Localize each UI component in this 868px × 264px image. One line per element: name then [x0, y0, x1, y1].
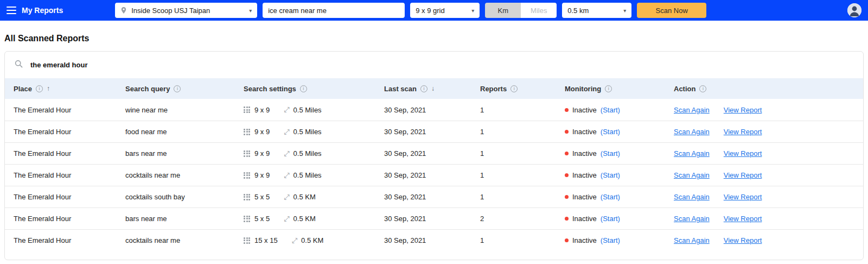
view-report-link[interactable]: View Report: [724, 171, 762, 179]
cell-search-settings: 9 x 9 ⤢ 0.5 Miles: [244, 128, 384, 136]
cell-search-settings: 9 x 9 ⤢ 0.5 Miles: [244, 171, 384, 180]
user-avatar[interactable]: [847, 3, 861, 17]
cell-reports: 1: [480, 149, 565, 158]
location-value: Inside Scoop USJ Taipan: [131, 7, 245, 15]
cell-action: Scan Again View Report: [674, 171, 863, 179]
start-monitoring-link[interactable]: (Start): [601, 236, 620, 244]
scan-again-link[interactable]: Scan Again: [674, 236, 710, 244]
chevron-down-icon: ▾: [249, 8, 252, 14]
info-icon[interactable]: [300, 85, 307, 92]
monitoring-status: Inactive: [572, 106, 597, 114]
status-dot-icon: [565, 173, 569, 177]
cell-search-query: cocktails south bay: [125, 193, 244, 201]
grid-size-value: 15 x 15: [254, 236, 278, 244]
grid-size-value: 9 x 9: [254, 149, 270, 158]
col-last-scan: Last scan ↓: [384, 85, 480, 93]
info-icon[interactable]: [605, 85, 612, 92]
unit-km-button[interactable]: Km: [485, 3, 521, 18]
search-query-input[interactable]: [263, 3, 405, 18]
info-icon[interactable]: [699, 85, 706, 92]
cell-last-scan: 30 Sep, 2021: [384, 171, 480, 179]
grid-size-value: 9 x 9: [254, 106, 270, 114]
scan-again-link[interactable]: Scan Again: [674, 149, 710, 158]
cell-search-settings: 5 x 5 ⤢ 0.5 KM: [244, 215, 384, 223]
scan-again-link[interactable]: Scan Again: [674, 193, 710, 201]
grid-icon: [244, 194, 250, 200]
view-report-link[interactable]: View Report: [724, 128, 762, 136]
diagonal-arrows-icon: ⤢: [284, 171, 289, 180]
cell-last-scan: 30 Sep, 2021: [384, 149, 480, 158]
sort-asc-icon[interactable]: ↑: [47, 85, 50, 92]
start-monitoring-link[interactable]: (Start): [601, 215, 620, 223]
scan-now-button[interactable]: Scan Now: [637, 3, 706, 18]
location-select[interactable]: Inside Scoop USJ Taipan ▾: [115, 3, 257, 18]
sort-desc-icon[interactable]: ↓: [431, 85, 435, 92]
grid-size-select[interactable]: 9 x 9 grid ▾: [410, 3, 480, 18]
table-row: The Emerald Hour food near me 9 x 9 ⤢ 0.…: [5, 121, 863, 142]
scan-again-link[interactable]: Scan Again: [674, 106, 710, 114]
cell-place: The Emerald Hour: [14, 236, 125, 244]
table-row: The Emerald Hour cocktails south bay 5 x…: [5, 186, 863, 208]
radius-value: 0.5 Miles: [293, 149, 322, 158]
cell-reports: 1: [480, 128, 565, 136]
cell-search-settings: 9 x 9 ⤢ 0.5 Miles: [244, 105, 384, 114]
table-row: The Emerald Hour cocktails near me 9 x 9…: [5, 164, 863, 186]
unit-miles-button[interactable]: Miles: [521, 3, 557, 18]
radius-value: 0.5 km: [567, 7, 589, 15]
start-monitoring-link[interactable]: (Start): [601, 149, 620, 158]
scan-again-link[interactable]: Scan Again: [674, 128, 710, 136]
radius-value: 0.5 KM: [293, 215, 316, 223]
table-filter[interactable]: the emerald hour: [5, 52, 863, 78]
monitoring-status: Inactive: [572, 215, 597, 223]
diagonal-arrows-icon: ⤢: [284, 149, 289, 158]
scan-again-link[interactable]: Scan Again: [674, 215, 710, 223]
cell-search-query: wine near me: [125, 106, 244, 114]
radius-value: 0.5 Miles: [293, 171, 322, 179]
radius-value: 0.5 KM: [293, 193, 316, 201]
cell-monitoring: Inactive (Start): [565, 149, 674, 158]
cell-action: Scan Again View Report: [674, 149, 863, 158]
diagonal-arrows-icon: ⤢: [284, 193, 289, 202]
reports-card: the emerald hour Place ↑ Search query Se…: [4, 51, 864, 260]
start-monitoring-link[interactable]: (Start): [601, 106, 620, 114]
cell-place: The Emerald Hour: [14, 106, 125, 114]
view-report-link[interactable]: View Report: [724, 215, 762, 223]
radius-value: 0.5 Miles: [293, 128, 322, 136]
cell-monitoring: Inactive (Start): [565, 128, 674, 136]
radius-value: 0.5 Miles: [293, 106, 322, 114]
grid-icon: [244, 216, 250, 222]
cell-monitoring: Inactive (Start): [565, 236, 674, 244]
start-monitoring-link[interactable]: (Start): [601, 193, 620, 201]
cell-place: The Emerald Hour: [14, 128, 125, 136]
monitoring-status: Inactive: [572, 236, 597, 244]
cell-monitoring: Inactive (Start): [565, 171, 674, 179]
monitoring-status: Inactive: [572, 149, 597, 158]
view-report-link[interactable]: View Report: [724, 236, 762, 244]
view-report-link[interactable]: View Report: [724, 149, 762, 158]
cell-last-scan: 30 Sep, 2021: [384, 106, 480, 114]
start-monitoring-link[interactable]: (Start): [601, 171, 620, 179]
cell-last-scan: 30 Sep, 2021: [384, 236, 480, 244]
card-bottom-spacer: [5, 251, 863, 260]
start-monitoring-link[interactable]: (Start): [601, 128, 620, 136]
table-row: The Emerald Hour cocktails near me 15 x …: [5, 229, 863, 251]
status-dot-icon: [565, 152, 569, 155]
grid-size-value: 9 x 9 grid: [416, 7, 444, 15]
info-icon[interactable]: [420, 85, 427, 92]
distance-unit-toggle: Km Miles: [485, 3, 557, 18]
view-report-link[interactable]: View Report: [724, 106, 762, 114]
info-icon[interactable]: [174, 85, 181, 92]
cell-search-query: cocktails near me: [125, 236, 244, 244]
scan-again-link[interactable]: Scan Again: [674, 171, 710, 179]
info-icon[interactable]: [510, 85, 518, 92]
monitoring-status: Inactive: [572, 193, 597, 201]
search-icon: [15, 60, 23, 70]
diagonal-arrows-icon: ⤢: [292, 236, 297, 245]
info-icon[interactable]: [36, 85, 43, 92]
radius-select[interactable]: 0.5 km ▾: [562, 3, 631, 18]
cell-search-settings: 15 x 15 ⤢ 0.5 KM: [244, 236, 384, 245]
status-dot-icon: [565, 217, 569, 221]
cell-action: Scan Again View Report: [674, 193, 863, 201]
view-report-link[interactable]: View Report: [724, 193, 762, 201]
menu-icon[interactable]: [7, 7, 16, 14]
